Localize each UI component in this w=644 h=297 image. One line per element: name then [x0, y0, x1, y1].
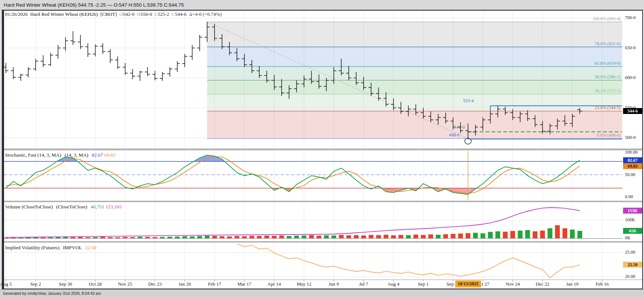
- x-axis-label: Sep 2: [23, 281, 48, 287]
- last-price-badge: 544-6: [623, 108, 642, 114]
- footer-status: Generated by cmdtyView, January 31st 202…: [0, 289, 644, 297]
- x-axis-label: Mar 17: [232, 281, 257, 287]
- highlighted-date-badge: 10/13/2025: [455, 280, 481, 287]
- x-axis-label: Jun 9: [321, 281, 347, 287]
- app-window: Hard Red Winter Wheat (KEH26) 544.75 -2.…: [0, 0, 644, 297]
- chart-canvas[interactable]: [0, 0, 644, 297]
- fib-level-label: 100.0% (693-4): [562, 16, 621, 22]
- open-interest-badge: 153K: [623, 208, 642, 214]
- stoch-axis-label: 100.00: [625, 150, 643, 155]
- contract-name: Hard Red Winter Wheat (KEH26): [30, 11, 98, 17]
- x-axis-label: Dec 22: [530, 281, 556, 287]
- volume-axis-label: 100K: [625, 217, 643, 223]
- open-label: O: [119, 11, 123, 17]
- price-axis-label: 500-0: [625, 135, 643, 140]
- x-axis-label: Aug 5: [0, 281, 19, 287]
- low-label: L: [155, 11, 158, 17]
- high-value: 550-0: [141, 11, 152, 17]
- window-titlebar: Hard Red Winter Wheat (KEH26) 544.75 -2.…: [0, 0, 644, 10]
- stoch-d-badge: 69.83: [623, 163, 642, 169]
- x-axis-label: Aug 4: [381, 281, 406, 287]
- x-axis-label: Nov 25: [112, 281, 138, 287]
- stochastic-params: (14, 3, MA): [65, 152, 88, 158]
- fib-level-label: 61.8% (619-0): [562, 61, 621, 66]
- resistance-price-label: 553-4: [463, 98, 474, 104]
- high-label: H: [137, 11, 141, 17]
- x-axis-label: Sep 30: [53, 281, 78, 287]
- chart-header: 01/26/2026 Hard Red Winter Wheat (KEH26)…: [5, 11, 222, 17]
- x-axis-label: Jan 20: [172, 281, 198, 287]
- volume-title: Volume (CloseToClose): [5, 204, 53, 210]
- price-axis-label: 650-0: [625, 45, 643, 51]
- volume-axis-label: 0K: [625, 235, 643, 241]
- low-value: 525-2: [158, 11, 169, 17]
- volume-params: (CloseToClose): [56, 204, 87, 210]
- x-axis-label: Feb 16: [589, 281, 615, 287]
- x-axis-label: Apr 14: [261, 281, 287, 287]
- x-axis-label: Oct 28: [83, 281, 108, 287]
- stoch-axis-label: 50.00: [625, 172, 643, 178]
- implied-vol-badge: 22.50: [623, 262, 642, 268]
- iv-axis-label: 25.00: [625, 250, 643, 255]
- volume-header: Volume (CloseToClose) (CloseToClose) 40,…: [5, 204, 122, 210]
- stochastic-k-value: 82.67: [92, 152, 103, 158]
- implied-vol-value: 22.50: [85, 245, 96, 250]
- fib-level-label: 78.6% (651-6): [562, 41, 621, 47]
- price-axis-label: 600-0: [625, 75, 643, 80]
- x-axis-label: Jan 19: [560, 281, 585, 287]
- implied-vol-header: Implied Volatility (Futures) IMPVOL 22.5…: [5, 245, 96, 251]
- fib-level-label: 0.0% (498-6): [562, 133, 621, 138]
- volume-badge: 41K: [623, 228, 642, 234]
- change-value: Δ+4-0 (+0.74%): [189, 11, 222, 17]
- stochastic-header: Stochastic, Fast (14, 3, MA) (14, 3, MA)…: [5, 152, 115, 158]
- x-axis-label: May 12: [291, 281, 317, 287]
- fib-level-label: 50.0% (596-1): [562, 74, 621, 80]
- fib-level-label: 23.6% (544-5): [562, 105, 621, 111]
- low-price-label: 498-6: [449, 132, 459, 138]
- price-axis-label: 700-0: [625, 15, 643, 21]
- x-axis-label: Sep 1: [410, 281, 436, 287]
- bar-date: 01/26/2026: [5, 11, 28, 17]
- volume-value: 40,751: [91, 204, 104, 210]
- stoch-axis-label: 0.00: [625, 194, 643, 200]
- exchange-label: [CBOT]: [100, 11, 117, 17]
- open-value: 542-0: [123, 11, 135, 17]
- stochastic-d-value: 69.83: [104, 152, 115, 158]
- stoch-k-badge: 82.67: [623, 157, 642, 163]
- x-axis-label: Nov 24: [500, 281, 525, 287]
- support-price-label: 541-0: [454, 125, 464, 130]
- x-axis-label: Jul 7: [351, 281, 376, 287]
- implied-vol-params: IMPVOL: [63, 245, 82, 250]
- stochastic-title: Stochastic, Fast (14, 3, MA): [5, 152, 61, 158]
- x-axis-label: Dec 23: [142, 281, 168, 287]
- open-interest-value: 153,105: [105, 204, 122, 210]
- implied-vol-title: Implied Volatility (Futures): [5, 245, 59, 250]
- close-value: 544-6: [175, 11, 187, 17]
- x-axis-label: Feb 17: [202, 281, 227, 287]
- iv-axis-label: 20.00: [625, 274, 643, 279]
- fib-level-label: 38.2% (573-1): [562, 88, 621, 94]
